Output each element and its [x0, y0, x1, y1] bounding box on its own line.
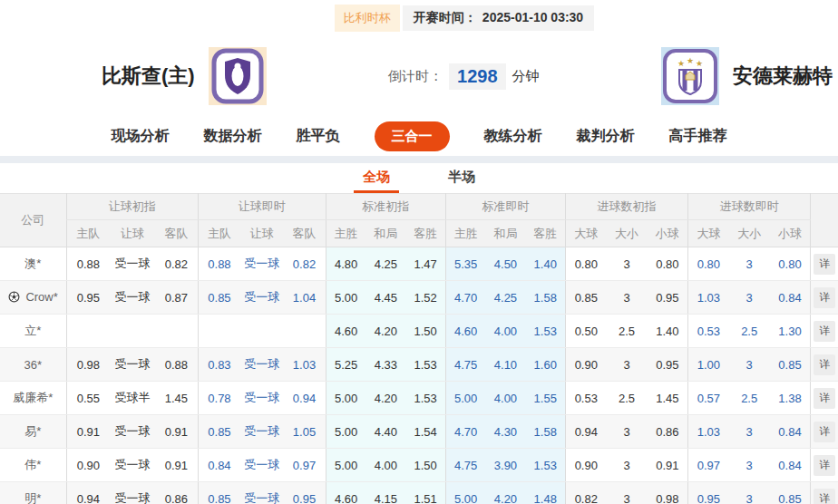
- col-header: 主队: [66, 220, 110, 247]
- svg-text:★: ★: [677, 59, 685, 68]
- odds-cell: 4.50: [485, 247, 525, 281]
- odds-cell: 0.91: [155, 449, 198, 482]
- odds-cell: 0.85: [198, 415, 240, 449]
- detail-button[interactable]: 详: [814, 254, 835, 275]
- company-cell[interactable]: 伟*: [0, 449, 66, 482]
- nav-tab[interactable]: 现场分析: [112, 127, 170, 146]
- odds-cell: 1.53: [525, 449, 565, 482]
- odds-cell: 0.85: [198, 281, 240, 315]
- odds-cell: 1.47: [405, 247, 445, 281]
- odds-cell: 0.97: [283, 449, 326, 482]
- nav-tab[interactable]: 三合一: [375, 121, 450, 151]
- odds-cell: 0.94: [66, 482, 110, 504]
- detail-button[interactable]: 详: [814, 388, 835, 409]
- odds-cell: 0.53: [566, 382, 607, 415]
- odds-cell: 1.52: [405, 281, 445, 315]
- odds-cell: 4.25: [485, 281, 525, 315]
- odds-cell: 0.91: [648, 449, 688, 482]
- company-name: 立*: [24, 324, 41, 337]
- odds-cell: 5.00: [326, 382, 365, 415]
- odds-cell: 0.86: [648, 415, 688, 449]
- col-header: 和局: [485, 220, 525, 247]
- odds-cell: 受一球: [110, 348, 155, 382]
- col-header: 客队: [283, 220, 326, 247]
- odds-cell: [66, 315, 110, 348]
- detail-button[interactable]: 详: [814, 422, 835, 442]
- countdown-label: 倒计时：: [388, 68, 443, 85]
- odds-cell: 3: [607, 281, 648, 315]
- nav-tab[interactable]: 数据分析: [204, 127, 262, 146]
- company-cell[interactable]: 明*: [0, 482, 66, 504]
- odds-cell: 1.00: [688, 348, 729, 382]
- odds-cell: [110, 315, 155, 348]
- odds-cell: 5.00: [326, 281, 365, 315]
- detail-button[interactable]: 详: [814, 321, 835, 342]
- odds-cell: 1.53: [405, 348, 445, 382]
- odds-cell: 1.53: [525, 315, 565, 348]
- odds-cell: 1.58: [525, 281, 565, 315]
- odds-cell: 1.40: [648, 315, 688, 348]
- odds-cell: 0.87: [155, 281, 198, 315]
- nav-tab[interactable]: 高手推荐: [669, 127, 727, 146]
- match-info-bar: 比利时杯 开赛时间： 2025-01-10 03:30: [0, 0, 838, 36]
- col-header: 客胜: [525, 220, 565, 247]
- group-header-goals-live: 进球数即时: [688, 194, 811, 220]
- col-header: 大小: [607, 220, 648, 247]
- odds-cell: 0.78: [198, 382, 240, 415]
- odds-cell: 2.5: [607, 315, 648, 348]
- odds-cell: 4.60: [326, 482, 365, 504]
- odds-cell: 1.55: [525, 382, 565, 415]
- odds-cell: 1.03: [688, 415, 729, 449]
- odds-cell: 0.90: [566, 348, 607, 382]
- company-cell[interactable]: 36*: [0, 348, 66, 382]
- nav-tab[interactable]: 教练分析: [484, 127, 542, 146]
- company-name: 易*: [24, 424, 41, 438]
- company-cell[interactable]: 澳*: [0, 247, 66, 281]
- odds-cell: 1.38: [770, 382, 811, 415]
- odds-cell: 4.33: [365, 348, 405, 382]
- detail-button[interactable]: 详: [814, 455, 835, 476]
- company-name: 明*: [24, 491, 41, 504]
- odds-cell: 3: [729, 348, 770, 382]
- odds-cell: 3: [729, 247, 770, 281]
- odds-cell: 0.95: [648, 348, 688, 382]
- odds-cell: 1.04: [283, 281, 326, 315]
- odds-row: 易* 0.91 受一球 0.91 0.85 受一球 1.05 5.00 4.40…: [0, 415, 838, 449]
- company-cell[interactable]: 立*: [0, 315, 66, 348]
- detail-cell: 详: [811, 348, 838, 382]
- odds-cell: 5.00: [445, 382, 485, 415]
- odds-cell: 3: [607, 449, 648, 482]
- detail-button[interactable]: 详: [814, 489, 835, 504]
- group-header-standard-live: 标准即时: [445, 194, 565, 220]
- col-header: 主队: [198, 220, 240, 247]
- company-cell[interactable]: Crow*: [0, 281, 66, 315]
- odds-cell: 4.25: [365, 247, 405, 281]
- odds-cell: 受一球: [240, 482, 283, 504]
- detail-button[interactable]: 详: [814, 287, 835, 308]
- odds-cell: 5.00: [326, 449, 365, 482]
- nav-tab[interactable]: 胜平负: [297, 127, 340, 146]
- league-badge: 比利时杯: [335, 5, 400, 32]
- detail-cell: 详: [811, 482, 838, 504]
- odds-cell: 5.00: [326, 415, 365, 449]
- period-tab[interactable]: 全场: [354, 163, 399, 193]
- period-tab[interactable]: 半场: [439, 163, 484, 193]
- group-header-goals-initial: 进球数初指: [566, 194, 688, 220]
- company-cell[interactable]: 易*: [0, 415, 66, 449]
- company-cell[interactable]: 威廉希*: [0, 382, 66, 415]
- odds-cell: 1.45: [155, 382, 198, 415]
- home-team-crest: [209, 47, 267, 105]
- odds-cell: 1.50: [405, 315, 445, 348]
- analysis-nav: 现场分析数据分析胜平负三合一教练分析裁判分析高手推荐: [0, 116, 838, 156]
- detail-cell: 详: [811, 449, 838, 482]
- company-header: 公司: [0, 194, 66, 247]
- detail-column-header: [811, 194, 838, 247]
- col-header: 大小: [729, 220, 770, 247]
- detail-button[interactable]: 详: [814, 354, 835, 375]
- odds-cell: 0.82: [566, 482, 607, 504]
- odds-cell: 2.5: [607, 382, 648, 415]
- nav-tab[interactable]: 裁判分析: [577, 127, 635, 146]
- company-name: 36*: [24, 358, 43, 372]
- group-header-handicap-live: 让球即时: [198, 194, 326, 220]
- odds-cell: 0.95: [283, 482, 326, 504]
